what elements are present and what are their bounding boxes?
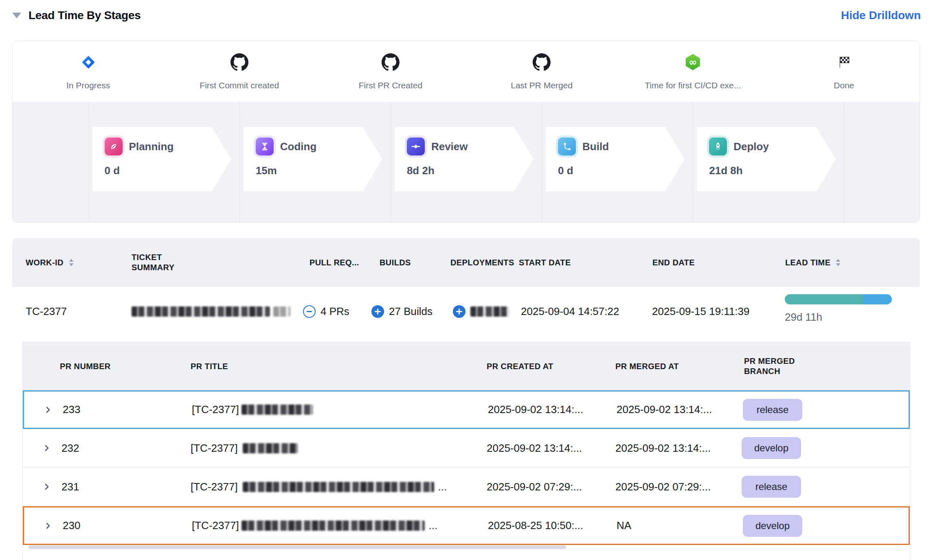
pr-merged-branch-cell: develop (742, 429, 801, 467)
stage-planning: Planning 0 d (92, 127, 231, 191)
pr-row-232[interactable]: 232 [TC-2377] 2025-09-02 13:14:... 2025-… (23, 429, 910, 468)
lead-bar-teal-segment (785, 294, 863, 304)
stage-duration: 0 d (558, 164, 685, 177)
pr-merged-branch-cell: release (743, 392, 802, 428)
chevron-right-icon[interactable] (42, 443, 52, 453)
pr-number: 230 (63, 508, 80, 544)
pr-row-230[interactable]: 230 [TC-2377] ... 2025-08-25 10:50:... N… (23, 506, 910, 545)
pr-title: [TC-2377] ... (191, 468, 447, 506)
col-label: BUILDS (380, 258, 411, 267)
col-lead-time[interactable]: LEAD TIME (785, 238, 841, 287)
redacted-text (241, 521, 425, 531)
end-date-value: 2025-09-15 19:11:39 (652, 287, 750, 336)
milestones-row: In Progress First Commit created First P… (13, 41, 920, 102)
stage-deploy: Deploy 21d 8h (697, 127, 836, 191)
col-label: WORK-ID (26, 258, 64, 267)
branch-badge: release (742, 476, 801, 498)
pr-title: [TC-2377] (192, 392, 317, 428)
horizontal-scrollbar[interactable] (29, 545, 566, 549)
pr-title-prefix: [TC-2377] (192, 519, 239, 532)
pr-table-header: PR NUMBER PR TITLE PR CREATED AT PR MERG… (23, 342, 910, 390)
jira-icon (81, 53, 96, 72)
stages-band: Planning 0 d Coding 15m (13, 102, 920, 222)
stage-build: Build 0 d (546, 127, 685, 191)
row-expander[interactable] (43, 508, 53, 544)
lead-time-value: 29d 11h (785, 311, 892, 324)
hide-drilldown-link[interactable]: Hide Drilldown (841, 9, 921, 22)
plus-circle-icon[interactable] (453, 305, 465, 318)
github-icon (533, 53, 551, 72)
stage-review: Review 8d 2h (395, 127, 533, 191)
deployments-toggle[interactable] (453, 287, 509, 336)
lead-bar-blue-segment (863, 294, 892, 304)
builds-toggle[interactable]: 27 Builds (371, 287, 432, 336)
chevron-right-icon[interactable] (42, 482, 52, 492)
col-pr-number: PR NUMBER (60, 342, 111, 390)
col-label: PR MERGED AT (615, 362, 679, 371)
milestone-label: In Progress (66, 81, 110, 90)
stage-name: Build (582, 140, 609, 153)
pr-title-prefix: [TC-2377] (191, 481, 238, 493)
work-table-header: WORK-ID TICKET SUMMARY PULL REQ... BUILD… (12, 238, 920, 287)
pr-row-231[interactable]: 231 [TC-2377] ... 2025-09-02 07:29:... 2… (23, 468, 910, 506)
pr-number: 232 (61, 429, 79, 467)
pr-created-at: 2025-09-02 07:29:... (487, 468, 582, 506)
pr-title-suffix: ... (429, 519, 438, 532)
col-label: START DATE (519, 258, 571, 267)
ticket-summary-redacted (132, 287, 290, 336)
col-work-id[interactable]: WORK-ID (26, 238, 74, 287)
milestone-first-commit: First Commit created (164, 41, 315, 102)
milestone-label: Last PR Merged (511, 81, 573, 90)
milestone-first-pr: First PR Created (315, 41, 466, 102)
redacted-text (241, 405, 313, 415)
row-expander[interactable] (42, 468, 52, 506)
milestone-done: Done (768, 41, 920, 102)
col-label: PR TITLE (191, 362, 228, 371)
pr-created-at: 2025-09-02 13:14:... (488, 392, 583, 428)
redacted-text (243, 482, 434, 492)
builds-count: 27 Builds (389, 305, 432, 318)
hourglass-icon (256, 138, 274, 155)
sort-icon[interactable] (68, 258, 74, 267)
milestone-label: Time for first CI/CD exe... (645, 81, 741, 90)
github-icon (382, 53, 400, 72)
col-label: PR CREATED AT (487, 362, 553, 371)
pr-row-233[interactable]: 233 [TC-2377] 2025-09-02 13:14:... 2025-… (23, 390, 910, 429)
minus-circle-icon[interactable] (303, 305, 316, 318)
pr-number: 231 (61, 468, 79, 506)
top-bar: Lead Time By Stages Hide Drilldown (12, 6, 921, 25)
row-expander[interactable] (43, 392, 53, 428)
stage-divider (391, 102, 391, 222)
pr-created-at: 2025-08-25 10:50:... (488, 508, 583, 544)
col-label: PULL REQ... (310, 258, 359, 267)
stage-name: Deploy (733, 140, 769, 153)
col-label: DEPLOYMENTS (450, 258, 514, 267)
start-date-value: 2025-09-04 14:57:22 (521, 287, 619, 336)
stage-name: Review (431, 140, 468, 153)
pr-title-prefix: [TC-2377] (192, 403, 239, 416)
plus-circle-icon[interactable] (371, 305, 384, 318)
stage-divider (88, 102, 89, 222)
col-deployments: DEPLOYMENTS (450, 238, 514, 287)
work-table: WORK-ID TICKET SUMMARY PULL REQ... BUILD… (12, 238, 920, 560)
collapse-caret-icon[interactable] (12, 13, 21, 18)
row-expander[interactable] (42, 429, 52, 467)
col-label: TICKET SUMMARY (132, 252, 201, 273)
branch-badge: develop (743, 515, 802, 537)
col-ticket-summary: TICKET SUMMARY (132, 238, 201, 287)
stage-coding: Coding 15m (244, 127, 382, 191)
cicd-icon: ∞ (685, 53, 700, 72)
git-commit-icon (407, 138, 425, 155)
lead-time-drilldown-screen: Lead Time By Stages Hide Drilldown In Pr… (0, 0, 933, 560)
chevron-right-icon[interactable] (43, 521, 53, 531)
milestone-label: First PR Created (359, 81, 422, 90)
pr-merged-at: 2025-09-02 07:29:... (615, 468, 711, 506)
sort-icon[interactable] (835, 258, 841, 267)
pull-requests-toggle[interactable]: 4 PRs (303, 287, 349, 336)
branch-badge: release (743, 399, 802, 421)
pr-merged-at: 2025-09-02 13:14:... (617, 392, 712, 428)
col-pull-requests: PULL REQ... (310, 238, 359, 287)
pr-title-prefix: [TC-2377] (191, 442, 238, 455)
pipeline-card: In Progress First Commit created First P… (12, 41, 920, 223)
chevron-right-icon[interactable] (43, 405, 53, 415)
